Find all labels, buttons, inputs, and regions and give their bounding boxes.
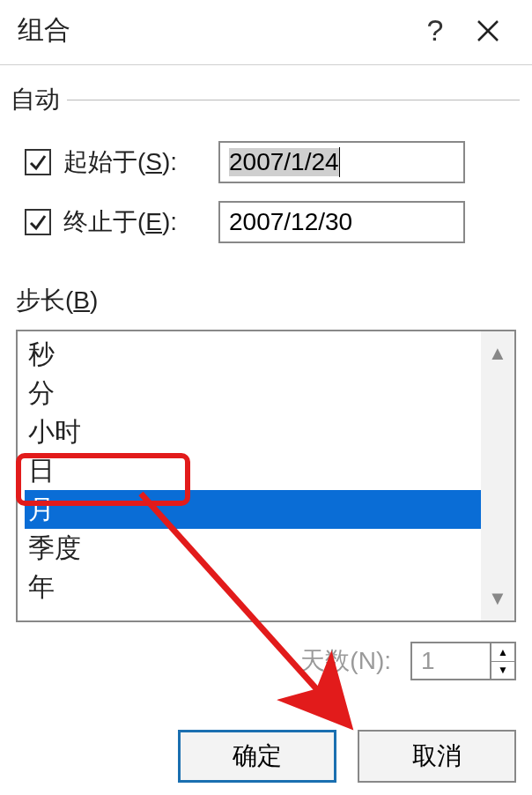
- spinner-down-icon[interactable]: ▼: [491, 662, 514, 680]
- list-item[interactable]: 年: [25, 568, 481, 606]
- end-row: 终止于(E): 2007/12/30: [25, 201, 520, 243]
- start-label: 起始于(S):: [63, 145, 213, 179]
- text-caret: [339, 147, 340, 177]
- end-checkbox[interactable]: [25, 209, 51, 235]
- end-date-value: 2007/12/30: [229, 208, 352, 236]
- checkmark-icon: [28, 212, 48, 232]
- start-row: 起始于(S): 2007/1/24: [25, 141, 520, 183]
- close-button[interactable]: [462, 19, 514, 43]
- spinner-buttons: ▲ ▼: [490, 643, 514, 679]
- spinner-up-icon[interactable]: ▲: [491, 643, 514, 662]
- titlebar: 组合 ?: [0, 0, 532, 65]
- ok-button[interactable]: 确定: [178, 730, 336, 783]
- step-listbox-wrap: 秒分小时日月季度年 ▲ ▼: [16, 330, 516, 622]
- end-label: 终止于(E):: [63, 205, 213, 239]
- checkmark-icon: [28, 152, 48, 172]
- listbox-scrollbar[interactable]: ▲ ▼: [481, 331, 514, 620]
- end-date-input[interactable]: 2007/12/30: [218, 201, 465, 243]
- start-checkbox[interactable]: [25, 149, 51, 175]
- help-button[interactable]: ?: [409, 13, 462, 48]
- list-item[interactable]: 小时: [25, 412, 481, 451]
- dialog-buttons: 确定 取消: [0, 730, 516, 783]
- days-row: 天数(N): 1 ▲ ▼: [0, 642, 516, 680]
- days-value[interactable]: 1: [412, 643, 490, 679]
- scroll-down-icon[interactable]: ▼: [488, 589, 507, 608]
- step-listbox[interactable]: 秒分小时日月季度年: [18, 331, 481, 620]
- dialog-title: 组合: [18, 12, 409, 48]
- step-label: 步长(B): [16, 284, 532, 317]
- cancel-button[interactable]: 取消: [358, 730, 516, 783]
- days-label: 天数(N):: [300, 644, 391, 678]
- auto-fieldset: 自动 起始于(S): 2007/1/24 终止于(E): 2007/12/30: [12, 83, 520, 261]
- list-item[interactable]: 秒: [25, 335, 481, 374]
- list-item[interactable]: 日: [25, 451, 481, 490]
- close-icon: [476, 19, 500, 43]
- list-item[interactable]: 月: [25, 490, 481, 529]
- scroll-up-icon[interactable]: ▲: [488, 344, 507, 363]
- start-date-input[interactable]: 2007/1/24: [218, 141, 465, 183]
- auto-legend: 自动: [11, 83, 67, 116]
- list-item[interactable]: 分: [25, 374, 481, 412]
- start-date-value: 2007/1/24: [229, 148, 339, 176]
- list-item[interactable]: 季度: [25, 529, 481, 568]
- days-spinner[interactable]: 1 ▲ ▼: [410, 642, 516, 680]
